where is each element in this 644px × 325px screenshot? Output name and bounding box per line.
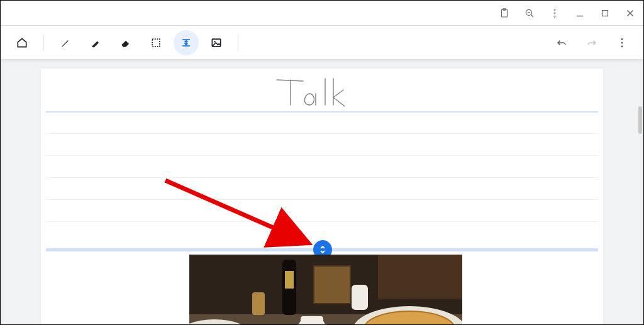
svg-point-5	[554, 9, 555, 10]
rule-line	[46, 133, 598, 134]
separator	[238, 35, 238, 51]
highlighter-button[interactable]	[83, 30, 108, 55]
minimize-icon[interactable]	[574, 8, 586, 19]
insert-space-button[interactable]	[174, 30, 199, 55]
app-window	[0, 0, 644, 325]
svg-point-19	[621, 45, 623, 47]
select-button[interactable]	[143, 30, 169, 55]
image-button[interactable]	[204, 30, 229, 55]
more-vert-icon[interactable]	[549, 8, 560, 19]
svg-rect-36	[252, 292, 265, 315]
svg-rect-9	[602, 10, 608, 16]
scrollbar-thumb[interactable]	[638, 106, 642, 134]
rule-line	[46, 111, 598, 113]
redo-button[interactable]	[579, 30, 604, 55]
clipboard-icon[interactable]	[499, 8, 510, 19]
undo-button[interactable]	[549, 30, 574, 55]
svg-rect-12	[152, 39, 160, 47]
home-button[interactable]	[9, 30, 35, 55]
svg-line-3	[531, 14, 533, 17]
svg-rect-34	[352, 285, 368, 310]
workspace	[1, 60, 643, 324]
toolbar	[1, 26, 643, 60]
resize-vert-icon	[318, 245, 328, 255]
maximize-icon[interactable]	[599, 8, 611, 19]
svg-point-16	[214, 41, 215, 42]
rule-line	[46, 155, 598, 156]
note-page[interactable]	[41, 69, 603, 324]
svg-rect-0	[502, 9, 508, 17]
eraser-button[interactable]	[113, 30, 138, 55]
svg-rect-35	[378, 255, 462, 299]
titlebar	[1, 1, 643, 26]
pen-button[interactable]	[53, 30, 78, 55]
rule-line	[46, 199, 598, 200]
svg-point-7	[554, 16, 555, 17]
toolbar-more-vert-icon[interactable]	[609, 30, 635, 55]
svg-rect-31	[285, 271, 294, 289]
svg-rect-29	[301, 316, 323, 324]
separator	[43, 35, 44, 51]
handwriting	[41, 74, 603, 111]
zoom-out-icon[interactable]	[524, 8, 535, 19]
svg-point-6	[554, 12, 555, 13]
svg-line-20	[165, 180, 309, 243]
svg-point-17	[621, 38, 623, 40]
svg-point-18	[621, 41, 623, 43]
rule-line	[46, 177, 598, 178]
close-icon[interactable]	[625, 8, 636, 19]
inserted-image[interactable]	[189, 255, 462, 324]
rule-line	[46, 221, 598, 222]
photo-content	[189, 255, 462, 324]
svg-rect-32	[314, 266, 350, 304]
